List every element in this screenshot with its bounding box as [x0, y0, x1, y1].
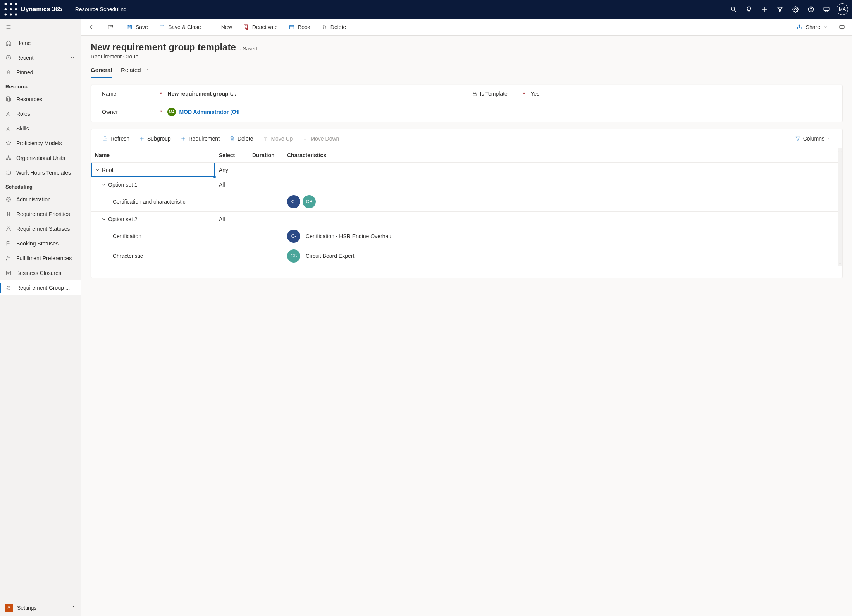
- cell-characteristics[interactable]: C-CB: [283, 192, 838, 211]
- field-owner-value[interactable]: MA MOD Administrator (Ofl: [167, 108, 462, 116]
- open-new-window-button[interactable]: [102, 19, 119, 36]
- cell-name[interactable]: Option set 2: [91, 212, 215, 226]
- subgroup-button[interactable]: Subgroup: [135, 133, 175, 144]
- table-row[interactable]: RootAny: [91, 163, 838, 177]
- nav-collapse-button[interactable]: [0, 19, 81, 36]
- nav-pinned[interactable]: Pinned: [0, 65, 81, 80]
- scroll-up-icon[interactable]: [838, 149, 842, 153]
- chevron-down-icon[interactable]: [95, 167, 100, 173]
- field-name-value[interactable]: New requirement group t...: [167, 91, 462, 97]
- chevron-down-icon[interactable]: [101, 216, 107, 222]
- nav-org-units[interactable]: Organizational Units: [0, 151, 81, 165]
- table-row[interactable]: Certification and characteristicC-CB: [91, 192, 838, 212]
- nav-business-closures[interactable]: Business Closures: [0, 266, 81, 280]
- chevron-down-icon[interactable]: [101, 182, 107, 187]
- nav-fulfillment[interactable]: Fulfillment Preferences: [0, 251, 81, 266]
- move-down-button: Move Down: [298, 133, 343, 144]
- save-button[interactable]: Save: [121, 19, 153, 36]
- back-button[interactable]: [83, 19, 100, 36]
- nav-req-priorities[interactable]: Requirement Priorities: [0, 207, 81, 221]
- table-row[interactable]: ChracteristicCBCircuit Board Expert: [91, 246, 838, 266]
- help-icon[interactable]: [803, 0, 819, 19]
- table-row[interactable]: Option set 1All: [91, 177, 838, 192]
- col-duration[interactable]: Duration: [248, 148, 283, 162]
- requirement-button[interactable]: Requirement: [176, 133, 224, 144]
- cell-select[interactable]: [215, 226, 248, 246]
- nav-group-resource: Resource: [0, 80, 81, 92]
- cell-duration[interactable]: [248, 212, 283, 226]
- characteristic-chip[interactable]: C-: [287, 230, 300, 243]
- cell-duration[interactable]: [248, 246, 283, 266]
- table-row[interactable]: Option set 2All: [91, 212, 838, 226]
- cell-characteristics[interactable]: C-Certification - HSR Engine Overhau: [283, 226, 838, 246]
- cell-name[interactable]: Chracteristic: [91, 246, 215, 266]
- cell-characteristics[interactable]: [283, 177, 838, 192]
- cell-characteristics[interactable]: [283, 163, 838, 177]
- cell-duration[interactable]: [248, 163, 283, 177]
- app-name-label[interactable]: Resource Scheduling: [75, 6, 127, 12]
- field-istemplate-value[interactable]: Yes: [530, 91, 831, 97]
- delete-button[interactable]: Delete: [316, 19, 351, 36]
- nav-skills[interactable]: Skills: [0, 121, 81, 136]
- cell-select[interactable]: [215, 246, 248, 266]
- nav-administration[interactable]: Administration: [0, 192, 81, 207]
- nav-requirement-group[interactable]: Requirement Group ...: [0, 280, 81, 295]
- user-avatar[interactable]: MA: [837, 3, 848, 15]
- col-characteristics[interactable]: Characteristics: [283, 148, 838, 162]
- task-pane-button[interactable]: [833, 19, 850, 36]
- col-select[interactable]: Select: [215, 148, 248, 162]
- cell-duration[interactable]: [248, 226, 283, 246]
- cell-characteristics[interactable]: [283, 212, 838, 226]
- cell-duration[interactable]: [248, 192, 283, 211]
- deactivate-button[interactable]: Deactivate: [238, 19, 283, 36]
- book-button[interactable]: Book: [283, 19, 316, 36]
- svg-point-0: [5, 3, 7, 5]
- characteristic-chip[interactable]: CB: [287, 249, 300, 263]
- cell-duration[interactable]: [248, 177, 283, 192]
- nav-recent[interactable]: Recent: [0, 50, 81, 65]
- brand-label[interactable]: Dynamics 365: [21, 6, 62, 13]
- search-icon[interactable]: [726, 0, 741, 19]
- cell-name[interactable]: Root: [91, 163, 215, 177]
- owner-link[interactable]: MOD Administrator (Ofl: [179, 109, 239, 115]
- gear-icon[interactable]: [788, 0, 803, 19]
- cell-select[interactable]: All: [215, 212, 248, 226]
- characteristic-chip[interactable]: CB: [303, 195, 316, 208]
- tree-delete-button[interactable]: Delete: [225, 133, 257, 144]
- nav-home[interactable]: Home: [0, 36, 81, 50]
- cell-select[interactable]: Any: [215, 163, 248, 177]
- add-icon[interactable]: [757, 0, 772, 19]
- col-name[interactable]: Name: [91, 148, 215, 162]
- overflow-button[interactable]: [351, 19, 368, 36]
- characteristic-chip[interactable]: C-: [287, 195, 300, 208]
- share-button[interactable]: Share: [791, 19, 833, 36]
- scroll-down-icon[interactable]: [838, 261, 842, 265]
- new-button[interactable]: New: [207, 19, 238, 36]
- table-row[interactable]: CertificationC-Certification - HSR Engin…: [91, 226, 838, 246]
- refresh-button[interactable]: Refresh: [98, 133, 133, 144]
- cell-name[interactable]: Certification: [91, 226, 215, 246]
- nav-booking-statuses[interactable]: Booking Statuses: [0, 236, 81, 251]
- nav-proficiency[interactable]: Proficiency Models: [0, 136, 81, 151]
- cell-name[interactable]: Certification and characteristic: [91, 192, 215, 211]
- filter-icon[interactable]: [772, 0, 788, 19]
- cell-select[interactable]: [215, 192, 248, 211]
- app-launcher-button[interactable]: [4, 2, 18, 16]
- cell-select[interactable]: All: [215, 177, 248, 192]
- nav-resources[interactable]: Resources: [0, 92, 81, 106]
- nav-roles[interactable]: Roles: [0, 106, 81, 121]
- area-switcher[interactable]: S Settings: [0, 599, 81, 616]
- tab-general[interactable]: General: [91, 63, 112, 78]
- save-close-button[interactable]: Save & Close: [153, 19, 207, 36]
- tab-related[interactable]: Related: [121, 63, 149, 78]
- lightbulb-icon[interactable]: [741, 0, 757, 19]
- scrollbar[interactable]: [838, 148, 842, 266]
- columns-button[interactable]: Columns: [791, 133, 835, 144]
- button-label: Refresh: [110, 136, 129, 142]
- nav-work-hours[interactable]: Work Hours Templates: [0, 165, 81, 180]
- cell-characteristics[interactable]: CBCircuit Board Expert: [283, 246, 838, 266]
- cell-name[interactable]: Option set 1: [91, 177, 215, 192]
- svg-rect-41: [128, 27, 131, 29]
- assistant-icon[interactable]: [819, 0, 834, 19]
- nav-req-statuses[interactable]: Requirement Statuses: [0, 221, 81, 236]
